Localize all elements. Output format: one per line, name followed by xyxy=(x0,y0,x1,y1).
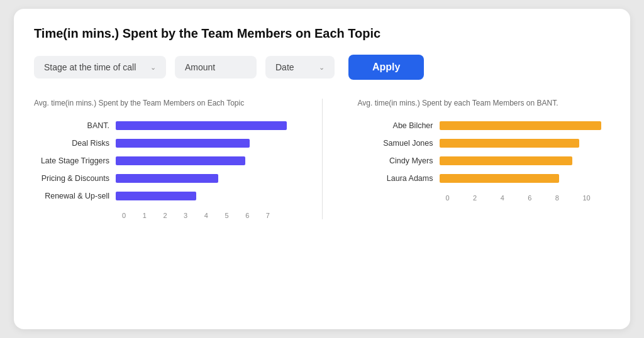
bar-fill xyxy=(440,156,573,165)
left-bar-row: Late Stage Triggers xyxy=(34,155,287,166)
x-axis-label: 0 xyxy=(446,194,474,202)
bar-container xyxy=(440,120,611,131)
date-filter[interactable]: Date ⌄ xyxy=(265,56,335,79)
right-chart-section: Avg. time(in mins.) Spent by each Team M… xyxy=(358,99,611,219)
bar-fill xyxy=(116,192,196,200)
right-bar-chart: Abe Bilcher Samuel Jones Cindy Myers Lau… xyxy=(358,120,611,190)
right-bar-row: Laura Adams xyxy=(358,173,611,184)
x-axis-label: 7 xyxy=(266,212,287,219)
stage-chevron-icon: ⌄ xyxy=(150,63,156,72)
bar-label: BANT. xyxy=(34,121,116,130)
amount-filter[interactable]: Amount xyxy=(175,56,257,79)
bar-fill xyxy=(440,174,559,183)
right-chart-subtitle: Avg. time(in mins.) Spent by each Team M… xyxy=(358,99,611,107)
bar-fill xyxy=(116,121,287,130)
bar-label: Late Stage Triggers xyxy=(34,156,116,165)
bar-container xyxy=(440,173,611,184)
stage-filter[interactable]: Stage at the time of call ⌄ xyxy=(34,56,166,79)
x-axis-label: 1 xyxy=(143,212,164,219)
bar-container xyxy=(116,190,287,202)
bar-container xyxy=(116,138,287,149)
right-bar-row: Cindy Myers xyxy=(358,155,611,166)
bar-fill xyxy=(440,139,580,148)
bar-container xyxy=(116,155,287,166)
date-chevron-icon: ⌄ xyxy=(319,63,325,72)
bar-label: Renewal & Up-sell xyxy=(34,192,116,200)
bar-label: Samuel Jones xyxy=(358,139,440,148)
bar-fill xyxy=(116,174,218,183)
x-axis-label: 4 xyxy=(501,194,528,202)
left-bar-row: Pricing & Discounts xyxy=(34,173,287,184)
x-axis-label: 6 xyxy=(245,212,266,219)
right-bar-row: Samuel Jones xyxy=(358,138,611,149)
bar-fill xyxy=(116,139,250,148)
bar-container xyxy=(440,155,611,166)
left-chart-section: Avg. time(in mins.) Spent by the Team Me… xyxy=(34,99,287,219)
x-axis-label: 8 xyxy=(555,194,583,202)
apply-button[interactable]: Apply xyxy=(348,55,424,80)
stage-filter-label: Stage at the time of call xyxy=(44,62,136,72)
card-title: Time(in mins.) Spent by the Team Members… xyxy=(34,26,610,41)
left-bar-row: Renewal & Up-sell xyxy=(34,190,287,202)
chart-divider xyxy=(322,99,323,219)
charts-area: Avg. time(in mins.) Spent by the Team Me… xyxy=(34,99,610,219)
bar-fill xyxy=(440,121,602,130)
bar-container xyxy=(440,138,611,149)
right-bar-row: Abe Bilcher xyxy=(358,120,611,131)
x-axis-label: 2 xyxy=(163,212,184,219)
x-axis-label: 4 xyxy=(204,212,225,219)
x-axis-label: 5 xyxy=(225,212,245,219)
bar-label: Cindy Myers xyxy=(358,156,440,165)
left-bar-row: Deal Risks xyxy=(34,138,287,149)
bar-label: Deal Risks xyxy=(34,139,116,148)
x-axis-label: 2 xyxy=(473,194,501,202)
left-bar-row: BANT. xyxy=(34,120,287,131)
x-axis-label: 0 xyxy=(122,212,143,219)
main-card: Time(in mins.) Spent by the Team Members… xyxy=(14,9,630,329)
left-chart-subtitle: Avg. time(in mins.) Spent by the Team Me… xyxy=(34,99,287,107)
bar-fill xyxy=(116,156,245,165)
bar-label: Laura Adams xyxy=(358,174,440,183)
x-axis-label: 3 xyxy=(184,212,204,219)
amount-filter-label: Amount xyxy=(185,62,215,72)
x-axis-label: 10 xyxy=(582,194,610,202)
filters-row: Stage at the time of call ⌄ Amount Date … xyxy=(34,55,610,80)
left-x-axis: 01234567 xyxy=(122,212,287,219)
bar-label: Pricing & Discounts xyxy=(34,174,116,183)
bar-label: Abe Bilcher xyxy=(358,121,440,130)
right-x-axis: 0246810 xyxy=(446,194,611,202)
date-filter-label: Date xyxy=(275,62,294,72)
x-axis-label: 6 xyxy=(528,194,555,202)
bar-container xyxy=(116,120,287,131)
left-bar-chart: BANT. Deal Risks Late Stage Triggers Pri… xyxy=(34,120,287,208)
bar-container xyxy=(116,173,287,184)
